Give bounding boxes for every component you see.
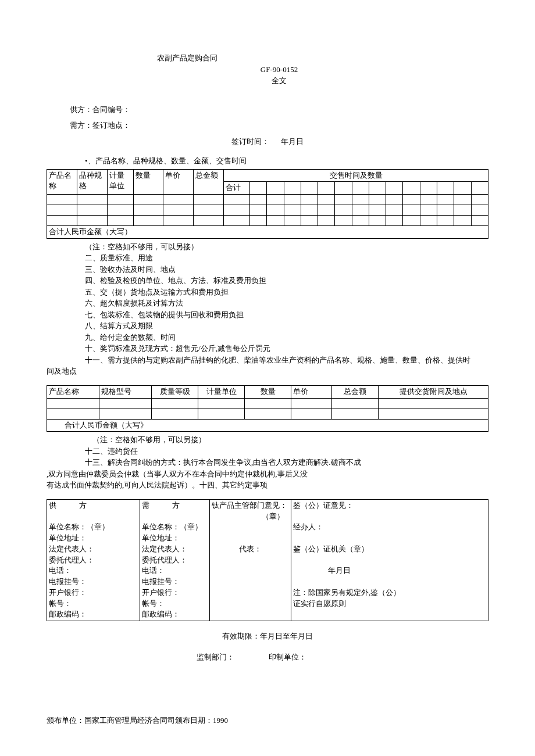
th-deliver: 交售时间及数量 [224, 169, 488, 182]
section1-heading: •、产品名称、品种规格、数量、金额、交售时间 [70, 155, 488, 167]
telegraph: 电报挂号： [142, 576, 208, 587]
clause-5: 五、交（提）货地点及运输方式和费用负担 [70, 286, 488, 298]
th-blank [267, 182, 284, 195]
sig-col4-handler: 经办人： [293, 522, 486, 533]
product-table: 产品名称 品种规格 计量单位 数量 单价 总金额 交售时间及数量 合计 合计人民… [47, 169, 488, 239]
th-total: 总金额 [332, 385, 379, 398]
th-blank [301, 182, 318, 195]
sign-time-label: 签订时间： [231, 137, 269, 146]
sig-col3-rep: 代表： [212, 544, 289, 555]
sig-col3-seal: （章） [212, 511, 289, 522]
clause-10: 十、奖罚标准及兑现方式：超售元/公斤,减售每公斤罚元 [70, 343, 488, 354]
sig-col4-note2: 证实行自愿原则 [293, 599, 486, 610]
th-spec: 品种规格 [77, 169, 107, 195]
supervise-label: 监制部门： [197, 651, 266, 663]
unit-name: 单位名称：（章） [142, 522, 208, 533]
clause-13b: ,双方同意由仲裁委员会仲裁（当事人双方不在本合同中约定仲裁机构,事后又没 [47, 468, 488, 480]
th-qty: 数量 [245, 385, 291, 398]
th-total: 总金额 [194, 169, 224, 195]
sig-supplier-col: 供 方 单位名称：（章） 单位地址： 法定代表人： 委托代理人： 电话： 电报挂… [47, 499, 140, 621]
th-grade: 质量等级 [152, 385, 198, 398]
sig-col1-head: 供 方 [49, 500, 138, 511]
sign-time-line: 签订时间： 年月日 [47, 136, 488, 148]
th-blank [386, 182, 403, 195]
clause-11b: 间及地点 [47, 366, 488, 377]
th-product: 产品名称 [47, 169, 77, 195]
sig-notary-col: 鉴（公）证意见： 经办人： 鉴（公）证机关（章） 年月日 注：除国家另有规定外,… [291, 499, 488, 621]
th-deliver: 提供交货附间及地点 [379, 385, 488, 398]
sig-col4-note1: 注：除国家另有规定外,鉴（公） [293, 587, 486, 599]
clause-4: 四、检验及检疫的单位、地点、方法、标准及费用负担 [70, 275, 488, 286]
th-blank [420, 182, 437, 195]
supplier-line: 供方：合同编号： [70, 104, 488, 116]
postcode: 邮政编码： [49, 609, 138, 620]
doc-code: GF-90-0152 [70, 64, 488, 76]
issuer-line: 颁布单位：国家工商管理局经济合同司颁布日期：1990 [47, 715, 488, 726]
unit-name: 单位名称：（章） [49, 522, 138, 533]
th-blank [352, 182, 369, 195]
clause-3: 三、验收办法及时间、地点 [70, 264, 488, 275]
supervise-print-line: 监制部门： 印制单位： [47, 651, 488, 663]
clause-9: 九、给付定金的数额、时间 [70, 332, 488, 343]
th-blank [403, 182, 420, 195]
table-row [47, 195, 488, 205]
sig-row: 供 方 单位名称：（章） 单位地址： 法定代表人： 委托代理人： 电话： 电报挂… [47, 499, 488, 621]
clause-2: 二、质量标准、用途 [70, 252, 488, 264]
sig-col4-org: 鉴（公）证机关（章） [293, 544, 486, 555]
unit-addr: 单位地址： [49, 533, 138, 544]
signature-table: 供 方 单位名称：（章） 单位地址： 法定代表人： 委托代理人： 电话： 电报挂… [47, 499, 488, 621]
sign-time-value: 年月日 [281, 137, 304, 146]
th-blank [318, 182, 335, 195]
bank: 开户银行： [142, 587, 208, 599]
th-blank [250, 182, 267, 195]
sig-col4-date: 年月日 [293, 565, 486, 576]
postcode: 邮政编码： [142, 609, 208, 620]
clause-6: 六、超欠幅度损耗及讨算方法 [70, 298, 488, 309]
th-unit: 计量单位 [107, 169, 133, 195]
table-footer-row: 合计人民币金额（大写》 [47, 419, 488, 432]
th-sum: 合计 [224, 182, 250, 195]
agent: 委托代理人： [142, 555, 208, 566]
table-row [47, 205, 488, 216]
demander-line: 需方：签订地点： [70, 120, 488, 131]
sig-col2-head: 需 方 [142, 500, 208, 511]
agent: 委托代理人： [49, 555, 138, 566]
legal-rep: 法定代表人： [142, 544, 208, 555]
clause-11a: 十一、需方提供的与定购农副产品挂钩的化肥、柴油等农业生产资料的产品名称、规格、施… [70, 354, 488, 366]
table2-footer: 合计人民币金额（大写》 [47, 419, 488, 432]
th-model: 规格型号 [99, 385, 152, 398]
th-qty: 数量 [133, 169, 163, 195]
valid-period: 有效期限：年月日至年月日 [47, 630, 488, 642]
note1: （注：空格如不够用，可以另接） [70, 241, 488, 253]
phone: 电话： [49, 565, 138, 576]
sig-col3-head: 钛产品主管部门意见： [212, 500, 289, 511]
doc-title: 农副产品定购合同 [157, 52, 488, 64]
th-product: 产品名称 [47, 385, 99, 398]
phone: 电话： [142, 565, 208, 576]
clause-12: 十二、违约货任 [70, 446, 488, 457]
doc-fulltext-label: 全文 [70, 75, 488, 87]
th-unit: 计量单位 [198, 385, 245, 398]
th-price: 单价 [291, 385, 332, 398]
th-blank [369, 182, 386, 195]
legal-rep: 法定代表人： [49, 544, 138, 555]
unit-addr: 单位地址： [142, 533, 208, 544]
clause-13c: 有达成书面仲裁契约的,可向人民法院起诉）。十四、其它约定事项 [47, 479, 488, 491]
table-row [47, 216, 488, 226]
th-blank [437, 182, 454, 195]
table-row [47, 409, 488, 419]
table-header-row: 产品名称 规格型号 质量等级 计量单位 数量 单价 总金额 提供交货附间及地点 [47, 385, 488, 398]
account: 帐号： [142, 599, 208, 610]
sig-authority-col: 钛产品主管部门意见： （章） 代表： [210, 499, 291, 621]
clause-13a: 十三、解决合同纠纷的方式：执行本合同发生争议,由当省人双方建商解决.磋商不成 [70, 457, 488, 468]
note2: （注：空格如不够用，可以另接） [70, 434, 488, 446]
th-blank [454, 182, 471, 195]
materials-table: 产品名称 规格型号 质量等级 计量单位 数量 单价 总金额 提供交货附间及地点 … [47, 385, 488, 432]
bank: 开户银行： [49, 587, 138, 599]
th-blank [284, 182, 301, 195]
telegraph: 电报挂号： [49, 576, 138, 587]
sig-demander-col: 需 方 单位名称：（章） 单位地址： 法定代表人： 委托代理人： 电话： 电报挂… [140, 499, 210, 621]
th-blank [471, 182, 488, 195]
table-footer-row: 合计人民币金额（大写） [47, 226, 488, 239]
table-row [47, 398, 488, 409]
